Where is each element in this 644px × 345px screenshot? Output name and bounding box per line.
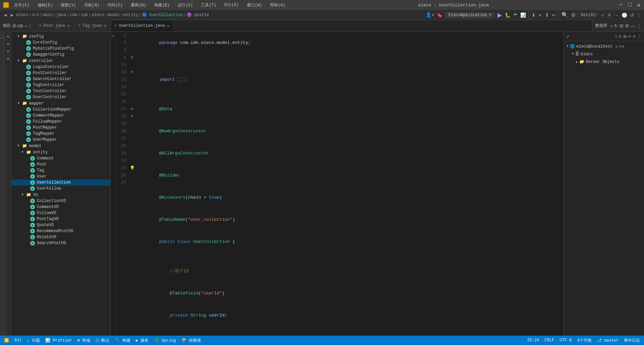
breadcrumb-model[interactable]: model: [108, 13, 120, 17]
breadcrumb-eleco[interactable]: eleco: [16, 13, 28, 17]
fold-18[interactable]: ⊟: [129, 113, 136, 120]
git-check-button[interactable]: ✓: [601, 12, 605, 18]
status-git-label[interactable]: Git: [14, 338, 22, 343]
status-position[interactable]: 25:24: [527, 338, 539, 343]
status-issues[interactable]: ⚠ 问题: [27, 338, 40, 343]
tree-item-followmapper[interactable]: C FollowMapper: [11, 119, 110, 125]
vcs-commit-button[interactable]: ✔: [538, 12, 542, 18]
tree-item-comment[interactable]: C Comment: [11, 155, 110, 161]
tree-item-postmapper[interactable]: C PostMapper: [11, 125, 110, 131]
breadcrumb-java[interactable]: java: [56, 13, 66, 17]
tab-close-usercollection[interactable]: ✕: [167, 23, 169, 29]
status-breakpoints[interactable]: ⬡ 断点: [96, 338, 109, 343]
breadcrumb-idk[interactable]: idk: [81, 13, 88, 17]
tree-item-controller[interactable]: ▼ 📁 controller: [11, 58, 110, 64]
menu-view[interactable]: 视图(V): [58, 2, 79, 9]
tree-item-entity[interactable]: ▼ 📁 entity: [11, 149, 110, 155]
breadcrumb-postid[interactable]: 🟣 postId: [187, 12, 209, 17]
menu-nav[interactable]: 导航(N): [82, 2, 102, 9]
fold-4[interactable]: ⊟: [129, 54, 136, 61]
breadcrumb-src[interactable]: src: [32, 13, 39, 17]
tree-item-recommendpostvo[interactable]: C RecommendPostVO: [11, 228, 110, 234]
status-crlf[interactable]: CRLF: [545, 338, 554, 343]
vcs-update-button[interactable]: ⬇: [532, 12, 536, 18]
tree-item-vo[interactable]: ▼ 📁 Vo: [11, 192, 110, 198]
tree-item-collectionmapper[interactable]: C CollectionMapper: [11, 107, 110, 113]
bulb-icon[interactable]: 💡: [130, 164, 135, 172]
tree-item-commentvo[interactable]: C CommentVO: [11, 204, 110, 210]
git-rollback-button[interactable]: ↺: [630, 12, 634, 18]
title-bar-controls[interactable]: ─ □ ✕: [619, 1, 641, 9]
tree-item-postcontroller[interactable]: C PostController: [11, 70, 110, 76]
fold-17[interactable]: ⊟: [129, 106, 136, 113]
db-settings-button[interactable]: ⚙: [625, 23, 629, 28]
tree-item-logincontroller[interactable]: C LoginController: [11, 64, 110, 70]
maximize-button[interactable]: □: [628, 1, 632, 9]
sidebar-collapse-button[interactable]: ≡: [16, 23, 19, 28]
run-button[interactable]: ▶: [497, 11, 502, 19]
vcs-push-button[interactable]: ⬆: [545, 12, 549, 18]
tree-item-userfollow[interactable]: C UserFollow: [11, 186, 110, 192]
tree-item-swaggerconfig[interactable]: C SwaggerConfig: [11, 52, 110, 58]
profile-run-button[interactable]: 📊: [520, 12, 526, 18]
status-services[interactable]: ▶ 服务: [136, 338, 149, 343]
vtab-2[interactable]: ▶: [6, 42, 10, 47]
status-build[interactable]: 🔨 构建: [115, 338, 130, 343]
tree-item-followvo[interactable]: C FollowVO: [11, 210, 110, 216]
sidebar-expand-button[interactable]: ⊞: [19, 23, 23, 28]
tab-tag-java[interactable]: C Tag.java ✕: [74, 20, 111, 31]
tree-item-testcontroller[interactable]: C TestController: [11, 88, 110, 94]
vtab-3[interactable]: ▶: [6, 49, 10, 54]
db-top-edit[interactable]: ✏: [628, 34, 631, 39]
tab-usercollection-java[interactable]: C UserCollection.java ✕: [111, 20, 174, 31]
db-item-server-objects[interactable]: ▶ 📁 Server Objects: [564, 58, 644, 66]
tree-item-usercollection[interactable]: C UserCollection: [11, 180, 110, 186]
vtab-1[interactable]: ▶: [6, 34, 10, 39]
settings-button[interactable]: ⚙: [571, 12, 576, 18]
vtab-4[interactable]: ▶: [6, 57, 10, 61]
tree-item-tagcontroller[interactable]: C TagController: [11, 82, 110, 88]
status-indent[interactable]: 4个空格: [577, 338, 591, 343]
tab-close-tag[interactable]: ✕: [104, 23, 106, 28]
tree-item-usermapper[interactable]: C UserMapper: [11, 137, 110, 143]
status-branch[interactable]: ⎇ master: [597, 338, 619, 343]
db-item-eleco[interactable]: ▼ 🗄 eleco: [564, 50, 644, 58]
db-top-layout[interactable]: ⊞: [623, 34, 627, 39]
tree-item-post[interactable]: C Post: [11, 161, 110, 167]
tree-item-tag[interactable]: C Tag: [11, 167, 110, 174]
status-deps[interactable]: 📦 依赖项: [181, 338, 201, 343]
breadcrumb-main[interactable]: main: [43, 13, 53, 17]
run-config-selector[interactable]: ElecoApplication ▼: [445, 12, 494, 18]
tree-item-relatevo[interactable]: C RelateVO: [11, 234, 110, 240]
coverage-button[interactable]: ☂: [513, 12, 518, 18]
profile-icon[interactable]: 👤▾: [426, 12, 434, 18]
breadcrumb-com[interactable]: com: [70, 13, 77, 17]
git-x-button[interactable]: ✗: [607, 12, 611, 18]
menu-window[interactable]: 窗口(W): [244, 2, 265, 9]
nav-back-button[interactable]: ◂: [3, 12, 8, 18]
debug-button[interactable]: 🐛: [505, 12, 511, 18]
db-refresh-button[interactable]: ↻: [614, 23, 618, 28]
sidebar-settings-button[interactable]: ⚙: [12, 23, 16, 28]
tree-item-tagmapper[interactable]: C TagMapper: [11, 131, 110, 137]
sidebar-minimize-button[interactable]: —: [23, 23, 28, 28]
db-top-more[interactable]: ⋮: [637, 34, 641, 39]
menu-build[interactable]: 构建(B): [152, 2, 172, 9]
menu-run[interactable]: 运行(U): [175, 2, 196, 9]
menu-code[interactable]: 代码(C): [105, 2, 125, 9]
vcs-revert-button[interactable]: ↩: [552, 12, 556, 18]
menu-edit[interactable]: 编辑(E): [35, 2, 56, 9]
tree-item-searchpostvo[interactable]: C SearchPostVO: [11, 240, 110, 246]
fold-12[interactable]: ⊟: [129, 69, 136, 76]
tree-item-collectionvo[interactable]: C CollectionVO: [11, 198, 110, 204]
db-top-x[interactable]: ✕: [633, 34, 636, 39]
tree-item-mapper[interactable]: ▼ 📁 mapper: [11, 100, 110, 107]
tree-item-posttagvo[interactable]: C PostTagVO: [11, 216, 110, 222]
breadcrumb-entity[interactable]: entity: [123, 13, 138, 17]
tree-item-quotevo[interactable]: C QuoteVO: [11, 222, 110, 228]
tree-item-commentmapper[interactable]: C CommentMapper: [11, 113, 110, 119]
menu-refactor[interactable]: 重构(B): [128, 2, 149, 9]
close-button[interactable]: ✕: [637, 1, 641, 9]
db-filter-button[interactable]: ⊞: [620, 23, 624, 28]
git-history-button[interactable]: 🕐: [622, 12, 627, 18]
